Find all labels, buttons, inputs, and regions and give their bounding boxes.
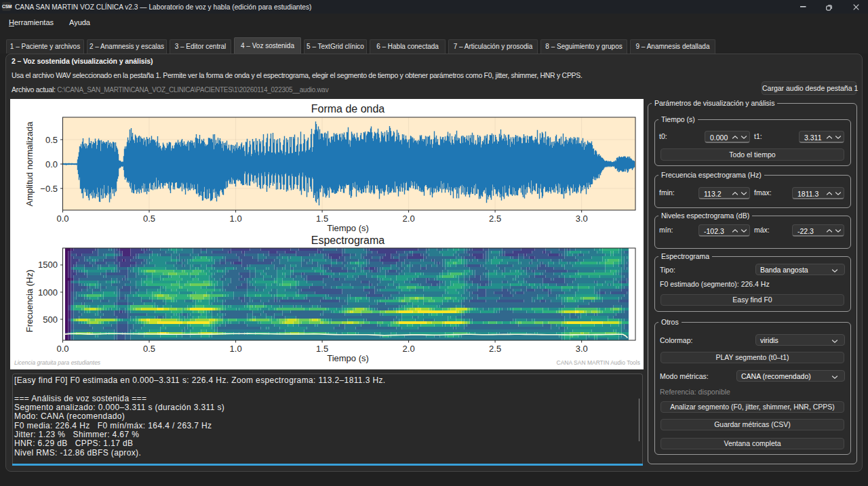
svg-text:0.5: 0.5 [143, 214, 155, 224]
svg-text:0.5: 0.5 [143, 344, 155, 354]
svg-text:0.0: 0.0 [56, 214, 68, 224]
svg-text:CANA SAN MARTIN Audio Tools: CANA SAN MARTIN Audio Tools [557, 359, 640, 366]
svg-text:1000: 1000 [38, 287, 58, 298]
svg-text:0.5: 0.5 [45, 135, 58, 145]
svg-text:2.0: 2.0 [403, 344, 415, 354]
svg-text:0.0: 0.0 [45, 159, 58, 169]
svg-text:Amplitud normalizada: Amplitud normalizada [24, 121, 35, 207]
svg-text:1500: 1500 [38, 260, 58, 270]
svg-text:1.5: 1.5 [316, 214, 328, 224]
svg-text:2.0: 2.0 [403, 214, 415, 224]
svg-text:Tiempo (s): Tiempo (s) [327, 353, 369, 363]
svg-text:Tiempo (s): Tiempo (s) [327, 223, 369, 233]
svg-text:3.0: 3.0 [576, 214, 588, 224]
svg-text:0.0: 0.0 [56, 344, 68, 354]
svg-text:3.0: 3.0 [576, 344, 588, 354]
svg-text:−0.5: −0.5 [40, 184, 58, 194]
svg-text:1.0: 1.0 [230, 344, 242, 354]
svg-text:2.5: 2.5 [489, 214, 501, 224]
svg-text:Licencia gratuita para estudia: Licencia gratuita para estudiantes [14, 359, 101, 366]
svg-text:Frecuencia (Hz): Frecuencia (Hz) [24, 270, 35, 332]
svg-text:2.5: 2.5 [489, 344, 501, 354]
svg-text:500: 500 [43, 315, 58, 325]
svg-text:1.0: 1.0 [230, 214, 242, 224]
svg-text:Forma de onda: Forma de onda [311, 103, 385, 115]
svg-text:Espectrograma: Espectrograma [311, 235, 385, 246]
